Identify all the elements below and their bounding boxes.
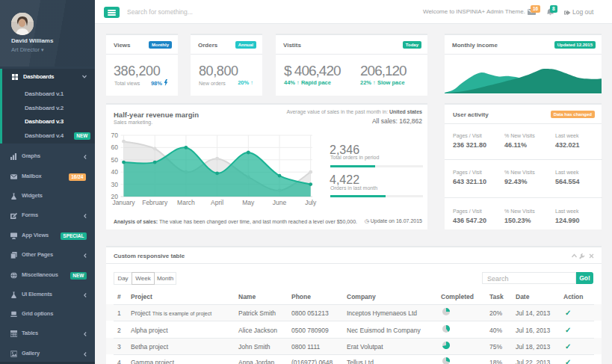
svg-text:March: March [177, 199, 195, 206]
svg-text:70: 70 [111, 132, 119, 139]
svg-text:January: January [112, 199, 135, 206]
svg-text:May: May [242, 199, 255, 206]
svg-text:June: June [273, 199, 287, 206]
svg-text:30: 30 [111, 181, 119, 188]
svg-text:April: April [211, 199, 223, 206]
svg-text:February: February [142, 199, 168, 206]
svg-text:July: July [305, 199, 317, 206]
svg-text:40: 40 [111, 168, 119, 176]
svg-text:60: 60 [111, 144, 119, 151]
svg-text:50: 50 [111, 156, 119, 164]
